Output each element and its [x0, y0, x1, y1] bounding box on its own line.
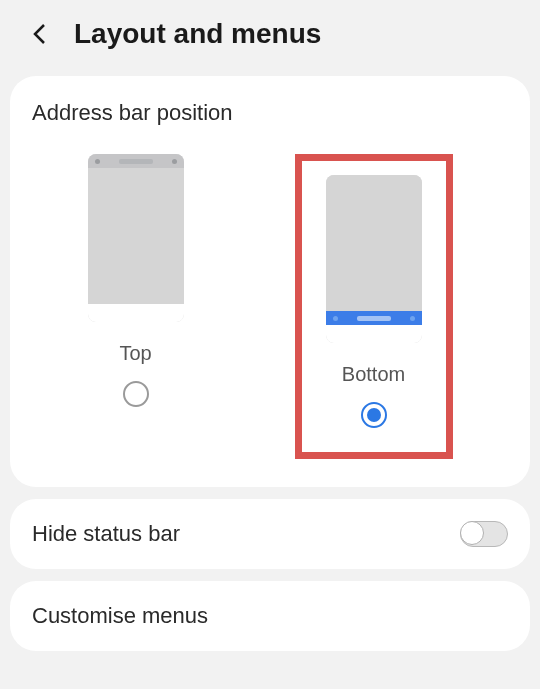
option-label-bottom: Bottom: [342, 363, 405, 386]
phone-bar-bottom-icon: [326, 311, 422, 325]
back-icon[interactable]: [28, 22, 52, 46]
hide-status-bar-row[interactable]: Hide status bar: [10, 499, 530, 569]
address-bar-section-title: Address bar position: [32, 100, 508, 126]
address-bar-card: Address bar position Top Bottom: [10, 76, 530, 487]
customise-menus-row[interactable]: Customise menus: [10, 581, 530, 651]
customise-menus-label: Customise menus: [32, 603, 208, 629]
option-label-top: Top: [119, 342, 151, 365]
address-bar-option-bottom[interactable]: Bottom: [295, 154, 453, 459]
phone-mock-top: [88, 154, 184, 322]
toggle-knob-icon: [460, 521, 484, 545]
header: Layout and menus: [0, 0, 540, 68]
address-bar-option-top[interactable]: Top: [88, 154, 184, 407]
phone-bar-top-icon: [88, 154, 184, 168]
page-title: Layout and menus: [74, 18, 321, 50]
phone-mock-bottom: [326, 175, 422, 343]
hide-status-bar-label: Hide status bar: [32, 521, 180, 547]
radio-top[interactable]: [123, 381, 149, 407]
address-bar-options: Top Bottom: [32, 154, 508, 459]
radio-bottom[interactable]: [361, 402, 387, 428]
hide-status-bar-toggle[interactable]: [460, 521, 508, 547]
